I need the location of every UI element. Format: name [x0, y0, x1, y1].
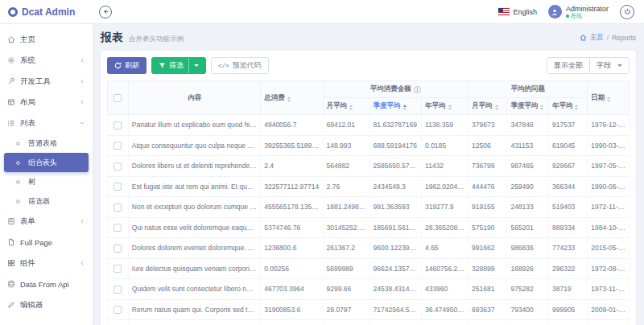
brand[interactable]: Dcat Admin [0, 6, 93, 18]
layout-icon [7, 98, 15, 106]
cell-month-avg-amount: 0.6 [323, 320, 369, 325]
row-checkbox[interactable] [114, 306, 122, 314]
sort-icon [403, 105, 407, 110]
online-status: 在线 [571, 13, 582, 19]
col-quarter-avg-question[interactable]: 季度平均 [507, 98, 549, 115]
sidebar-item-label: 布局 [20, 97, 35, 108]
select-all-checkbox[interactable] [114, 94, 122, 102]
filter-button[interactable]: 筛选 [151, 57, 206, 74]
cell-month-avg-question: 736799 [469, 156, 507, 177]
sidebar-item-label: 编辑器 [20, 300, 43, 311]
col-year-avg-question[interactable]: 年平均 [548, 98, 587, 115]
row-checkbox[interactable] [114, 183, 122, 191]
gear-icon [7, 56, 15, 64]
cell-year-avg-amount: 1460756.23965 [422, 258, 469, 279]
sidebar-item-dev-tools[interactable]: 开发工具 [0, 71, 93, 92]
cell-quarter-avg-amount: 24538.43141996 [369, 279, 421, 300]
table-row: Dolores dolorem eveniet doloremque. Aspe… [108, 238, 630, 259]
table-row: Iure delectus quisquam veniam corporis. … [108, 258, 630, 279]
circle-icon [15, 199, 23, 204]
col-month-avg-question[interactable]: 月平均 [469, 98, 507, 115]
sidebar-item-system[interactable]: 系统 [0, 50, 93, 71]
row-checkbox[interactable] [114, 224, 122, 232]
breadcrumb-home[interactable]: 主页 [590, 33, 604, 43]
row-checkbox-cell [108, 299, 129, 320]
sidebar-item-label: Full Page [20, 238, 52, 247]
cell-content: Rerum natus quam qui. Corporis sed tenet… [128, 299, 260, 320]
sidebar-collapse-button[interactable] [99, 6, 112, 19]
code-icon: </> [218, 62, 229, 69]
sort-icon [495, 105, 498, 110]
row-checkbox[interactable] [114, 142, 122, 150]
col-quarter-avg-amount[interactable]: 季度平均 [369, 98, 421, 115]
cell-year-avg-question: 519403 [548, 197, 587, 218]
circle-icon [15, 160, 23, 166]
language-switcher[interactable]: English [498, 8, 537, 16]
sidebar-item-editor[interactable]: 编辑器 [0, 294, 93, 315]
chevron-left-icon [79, 218, 85, 224]
sidebar-item-combined-header[interactable]: 组合表头 [4, 153, 89, 172]
cell-year-avg-question: 917537 [548, 115, 587, 136]
cell-month-avg-question: 91903 [469, 320, 507, 325]
refresh-button[interactable]: 刷新 [107, 57, 147, 74]
editor-icon [7, 301, 15, 309]
show-all-label: 显示全部 [554, 60, 583, 71]
breadcrumb: 主页 / Reports [580, 33, 636, 43]
sidebar-item-basic-table[interactable]: 普通表格 [4, 134, 89, 153]
cell-month-avg-question: 919155 [469, 197, 507, 218]
sidebar-item-label: Data From Api [20, 280, 69, 289]
row-checkbox[interactable] [114, 265, 122, 273]
cell-date: 1990-06-20 [588, 176, 630, 197]
logout-button[interactable] [620, 5, 634, 19]
sidebar-item-layout[interactable]: 布局 [0, 92, 93, 113]
row-checkbox[interactable] [114, 204, 122, 212]
sidebar-item-list[interactable]: 列表 [0, 113, 93, 134]
sidebar-item-data-from-api[interactable]: Data From Api [0, 274, 93, 294]
chevron-left-icon [79, 99, 85, 105]
sidebar-item-label: 组合表头 [28, 158, 57, 168]
col-month-avg-amount[interactable]: 月平均 [323, 98, 369, 115]
cell-content: Pariatur illum ut explicabo eum quod hic… [128, 115, 260, 136]
sidebar-item-form[interactable]: 表单 [0, 211, 93, 232]
cell-month-avg-amount: 5699989 [323, 258, 369, 279]
preview-code-button[interactable]: </> 预览代码 [211, 57, 269, 74]
circle-icon [15, 179, 23, 185]
cell-date: 1972-08-15 [588, 258, 630, 279]
list-icon [7, 119, 15, 127]
row-checkbox[interactable] [114, 245, 122, 253]
cell-total: 2.4 [261, 156, 323, 177]
wrench-icon [7, 77, 15, 85]
sidebar-item-label: 普通表格 [28, 138, 57, 149]
page-subtitle: 合并表头功能示例 [129, 35, 184, 44]
sort-icon [607, 97, 610, 102]
cell-month-avg-amount: 30145252.744946 [323, 217, 369, 238]
top-navbar: Dcat Admin English Administrator 在线 [0, 0, 644, 24]
user-menu[interactable]: Administrator 在线 [548, 5, 609, 19]
columns-button[interactable]: 字段 [589, 57, 630, 74]
row-checkbox[interactable] [114, 286, 122, 294]
cell-month-avg-question: 575190 [469, 217, 507, 238]
sidebar-item-tree[interactable]: 树 [4, 172, 89, 191]
sidebar-item-filter[interactable]: 筛选器 [4, 191, 89, 211]
sidebar-item-home[interactable]: 主页 [0, 29, 93, 50]
row-checkbox[interactable] [114, 121, 122, 130]
sidebar-item-components[interactable]: 组件 [0, 253, 93, 274]
cell-month-avg-amount: 148.993 [323, 135, 369, 156]
filter-label: 筛选 [169, 60, 184, 71]
col-total[interactable]: 总消费 [261, 81, 323, 115]
cell-month-avg-amount: 261367.2 [323, 238, 369, 259]
cell-year-avg-question: 774233 [548, 238, 587, 259]
cell-year-avg-amount: 11432 [422, 156, 469, 177]
cell-year-avg-amount: 1138.359 [422, 115, 469, 136]
col-date[interactable]: 日期 [588, 81, 630, 115]
brand-name: Dcat Admin [22, 6, 75, 18]
sidebar-item-full-page[interactable]: Full Page [0, 232, 93, 253]
cell-year-avg-amount: 4.65 [422, 238, 469, 259]
col-year-avg-amount[interactable]: 年平均 [422, 98, 469, 115]
online-dot-icon [566, 14, 569, 18]
report-table: 内容 总消费 平均消费金额i 平均的问题 日期 月平均 [107, 80, 630, 325]
cell-year-avg-question: 296322 [548, 258, 587, 279]
form-icon [7, 217, 15, 225]
show-all-button[interactable]: 显示全部 [547, 57, 590, 74]
row-checkbox[interactable] [114, 162, 122, 171]
